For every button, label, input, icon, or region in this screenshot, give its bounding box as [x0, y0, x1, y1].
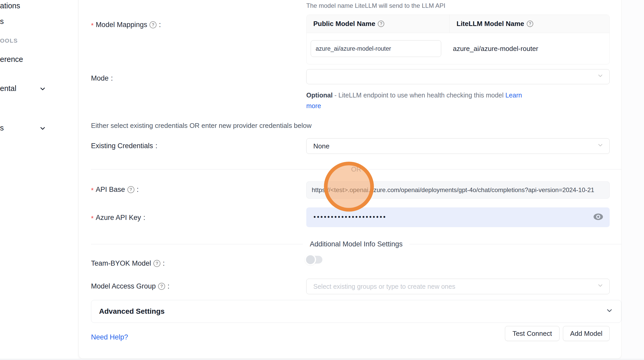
column-header-public-model-name: Public Model Name ? [307, 15, 450, 33]
mode-select[interactable] [306, 69, 610, 84]
model-access-group-label: Model Access Group ? : [91, 282, 170, 290]
azure-api-key-label: * Azure API Key : [91, 214, 145, 222]
sidebar-section-label: OOLS [0, 37, 18, 44]
sidebar-item[interactable]: ations [0, 2, 20, 10]
chevron-down-icon [597, 142, 604, 150]
sidebar-item[interactable]: erence [0, 55, 23, 64]
existing-credentials-label: Existing Credentials : [91, 142, 157, 150]
model-mappings-label: * Model Mappings ? : [91, 21, 161, 29]
chevron-down-icon [606, 307, 613, 316]
help-question-icon[interactable]: ? [158, 283, 165, 290]
toggle-knob [305, 254, 316, 265]
sidebar-item[interactable]: s [0, 124, 4, 132]
mode-label: Mode : [91, 74, 113, 82]
required-mark: * [91, 22, 94, 30]
add-model-button[interactable]: Add Model [563, 326, 610, 341]
masked-api-key-value: ••••••••••••••••••••• [314, 213, 387, 220]
chevron-down-icon [597, 73, 604, 81]
test-connect-button[interactable]: Test Connect [505, 326, 560, 341]
model-access-group-select[interactable]: Select existing groups or type to create… [306, 279, 610, 294]
chevron-down-icon[interactable] [39, 125, 46, 133]
model-mappings-table: Public Model Name ? LiteLLM Model Name ?… [306, 15, 610, 64]
add-model-form-page: ations s OOLS erence ental s The model n… [0, 0, 644, 360]
help-question-icon[interactable]: ? [527, 21, 533, 27]
advanced-settings-panel[interactable]: Advanced Settings [91, 300, 621, 323]
table-row: azure_ai/azure-model-router azure_ai/azu… [307, 33, 609, 64]
sidebar-item[interactable]: s [0, 17, 4, 26]
chevron-down-icon [597, 282, 604, 291]
table-header-row: Public Model Name ? LiteLLM Model Name ? [307, 15, 609, 33]
existing-credentials-select[interactable]: None [306, 138, 610, 154]
team-byok-label: Team-BYOK Model ? : [91, 259, 165, 267]
api-base-label: * API Base ? : [91, 186, 139, 194]
page-gutter [622, 0, 644, 359]
mode-help-text: Optional - LiteLLM endpoint to use when … [306, 90, 525, 111]
eye-icon[interactable] [593, 213, 603, 222]
litellm-model-name-hint: The model name LiteLLM will send to the … [306, 2, 445, 9]
sidebar-item[interactable]: ental [0, 84, 16, 93]
cursor-highlight [324, 162, 374, 212]
team-byok-toggle[interactable] [306, 256, 322, 264]
required-mark: * [91, 186, 94, 194]
credentials-note: Either select existing credentials OR en… [91, 122, 311, 130]
help-question-icon[interactable]: ? [378, 21, 384, 27]
help-question-icon[interactable]: ? [127, 186, 134, 193]
select-placeholder: Select existing groups or type to create… [313, 283, 455, 290]
need-help-link[interactable]: Need Help? [91, 333, 128, 341]
help-question-icon[interactable]: ? [149, 21, 157, 28]
page-background [0, 359, 644, 360]
help-question-icon[interactable]: ? [153, 260, 160, 267]
required-mark: * [91, 214, 94, 222]
column-header-litellm-model-name: LiteLLM Model Name ? [450, 15, 609, 33]
chevron-down-icon[interactable] [39, 85, 46, 94]
additional-info-divider: Additional Model Info Settings [91, 239, 621, 249]
public-model-name-input[interactable]: azure_ai/azure-model-router [311, 40, 441, 57]
litellm-model-name-value: azure_ai/azure-model-router [453, 45, 538, 53]
